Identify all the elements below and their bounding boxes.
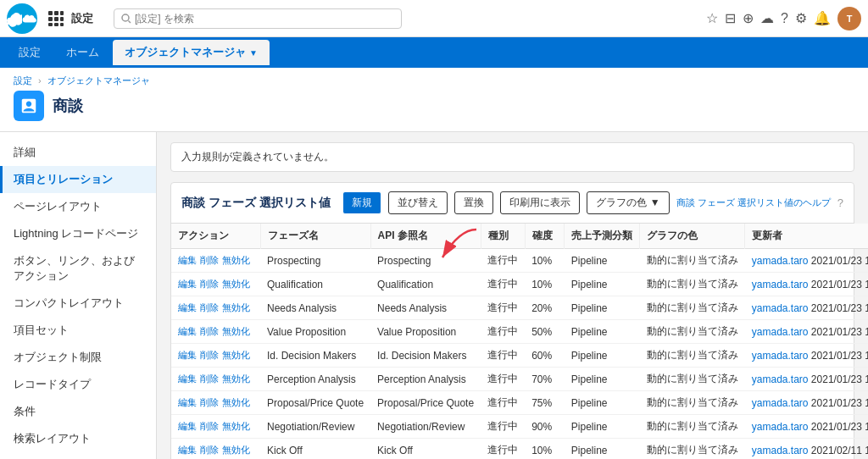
cell-probability: 10% — [525, 273, 565, 296]
action-link-無効化[interactable]: 無効化 — [222, 255, 250, 265]
sidebar-item-record-type[interactable]: レコードタイプ — [0, 371, 156, 398]
replace-button[interactable]: 置換 — [454, 191, 493, 214]
updater-link[interactable]: yamada.taro — [752, 397, 809, 409]
col-graph-color: グラフの色 — [640, 224, 745, 249]
cell-updater: yamada.taro 2021/01/23 11:02 — [745, 273, 868, 296]
updater-link[interactable]: yamada.taro — [752, 255, 809, 267]
tab-home[interactable]: ホーム — [54, 40, 111, 65]
action-link-削除[interactable]: 削除 — [200, 397, 219, 407]
svg-rect-6 — [48, 23, 53, 26]
cell-updater: yamada.taro 2021/01/23 11:02 — [745, 344, 868, 368]
action-link-削除[interactable]: 削除 — [200, 279, 219, 289]
updater-link[interactable]: yamada.taro — [752, 350, 809, 362]
cell-phase-name: Negotiation/Review — [260, 415, 370, 439]
cell-phase-name: Kick Off — [260, 439, 370, 460]
action-link-無効化[interactable]: 無効化 — [222, 397, 250, 407]
breadcrumb-object-manager[interactable]: オブジェクトマネージャ — [47, 75, 150, 86]
col-forecast: 売上予測分類 — [565, 224, 640, 249]
cloud-icon[interactable]: ☁ — [760, 10, 774, 26]
sidebar-item-buttons-links[interactable]: ボタン、リンク、およびアクション — [0, 247, 156, 290]
cell-graph-color: 動的に割り当て済み — [640, 320, 745, 344]
action-link-無効化[interactable]: 無効化 — [222, 373, 250, 384]
breadcrumb: 設定 › オブジェクトマネージャ — [14, 75, 854, 87]
action-link-無効化[interactable]: 無効化 — [222, 445, 250, 455]
action-link-編集[interactable]: 編集 — [178, 350, 197, 360]
update-date: 2021/01/23 11:02 — [809, 279, 868, 290]
cell-actions: 編集削除無効化 — [171, 344, 260, 368]
cell-phase-name: Id. Decision Makers — [260, 344, 370, 368]
action-link-削除[interactable]: 削除 — [200, 326, 219, 336]
sidebar-item-compact-layout[interactable]: コンパクトレイアウト — [0, 290, 156, 317]
page-title: 商談 — [53, 96, 83, 116]
action-link-無効化[interactable]: 無効化 — [222, 350, 250, 360]
action-link-編集[interactable]: 編集 — [178, 421, 197, 431]
search-input[interactable] — [135, 13, 394, 25]
action-link-編集[interactable]: 編集 — [178, 397, 197, 407]
cell-api-name: Id. Decision Makers — [370, 344, 481, 368]
action-link-削除[interactable]: 削除 — [200, 255, 219, 265]
updater-link[interactable]: yamada.taro — [752, 421, 809, 433]
cell-actions: 編集削除無効化 — [171, 391, 260, 415]
bookmark-icon[interactable]: ⊟ — [725, 10, 736, 26]
action-link-編集[interactable]: 編集 — [178, 445, 197, 455]
updater-link[interactable]: yamada.taro — [752, 445, 809, 456]
col-type: 種別 — [481, 224, 525, 249]
sidebar-item-field-sets[interactable]: 項目セット — [0, 317, 156, 344]
bell-icon[interactable]: 🔔 — [814, 10, 831, 26]
action-link-無効化[interactable]: 無効化 — [222, 421, 250, 431]
sidebar-item-fields-relations[interactable]: 項目とリレーション — [0, 166, 156, 193]
updater-link[interactable]: yamada.taro — [752, 279, 809, 290]
svg-rect-1 — [54, 11, 58, 15]
col-updater: 更新者 — [745, 224, 868, 249]
action-link-編集[interactable]: 編集 — [178, 279, 197, 289]
app-title: 設定 — [71, 11, 93, 26]
print-button[interactable]: 印刷用に表示 — [500, 191, 580, 214]
graph-color-button[interactable]: グラフの色 ▼ — [587, 191, 669, 214]
sidebar-item-details[interactable]: 詳細 — [0, 139, 156, 166]
cell-actions: 編集削除無効化 — [171, 368, 260, 391]
tab-chevron-icon: ▼ — [249, 48, 258, 58]
sidebar-item-object-limit[interactable]: オブジェクト制限 — [0, 344, 156, 371]
updater-link[interactable]: yamada.taro — [752, 326, 809, 338]
action-link-編集[interactable]: 編集 — [178, 255, 197, 265]
cell-type: 進行中 — [481, 296, 525, 320]
cell-actions: 編集削除無効化 — [171, 249, 260, 273]
action-link-削除[interactable]: 削除 — [200, 445, 219, 455]
tab-settings[interactable]: 設定 — [7, 40, 53, 65]
action-link-無効化[interactable]: 無効化 — [222, 279, 250, 289]
action-link-削除[interactable]: 削除 — [200, 373, 219, 384]
action-link-削除[interactable]: 削除 — [200, 302, 219, 312]
app-launcher-button[interactable] — [44, 7, 68, 30]
search-bar[interactable] — [114, 8, 402, 29]
action-link-編集[interactable]: 編集 — [178, 373, 197, 384]
setup-icon[interactable]: ⚙ — [795, 10, 807, 26]
table-container: アクション フェーズ名 API 参照名 種別 確度 売上予測分類 グラフの色 更… — [171, 224, 854, 459]
sidebar-item-salesforce-classic[interactable]: Salesforce Classic の検索レイアウト — [0, 452, 156, 459]
action-link-編集[interactable]: 編集 — [178, 302, 197, 312]
action-link-編集[interactable]: 編集 — [178, 326, 197, 336]
update-date: 2021/02/11 18:04 — [809, 445, 868, 456]
tab-object-manager[interactable]: オブジェクトマネージャ ▼ — [113, 40, 270, 65]
plus-icon[interactable]: ⊕ — [743, 10, 754, 26]
cell-type: 進行中 — [481, 273, 525, 296]
action-link-削除[interactable]: 削除 — [200, 350, 219, 360]
update-date: 2021/01/23 11:02 — [809, 302, 868, 314]
cell-api-name: Qualification — [370, 273, 481, 296]
user-avatar[interactable]: T — [837, 7, 861, 30]
sidebar-item-lightning-record-page[interactable]: Lightning レコードページ — [0, 220, 156, 247]
updater-link[interactable]: yamada.taro — [752, 302, 809, 314]
new-button[interactable]: 新規 — [342, 191, 381, 214]
help-icon[interactable]: ? — [781, 11, 788, 26]
sidebar-item-conditions[interactable]: 条件 — [0, 398, 156, 425]
action-link-削除[interactable]: 削除 — [200, 421, 219, 431]
help-link[interactable]: 商談 フェーズ 選択リスト値のヘルプ — [676, 196, 831, 209]
sidebar-item-search-layout[interactable]: 検索レイアウト — [0, 425, 156, 452]
updater-link[interactable]: yamada.taro — [752, 373, 809, 385]
action-link-無効化[interactable]: 無効化 — [222, 326, 250, 336]
sidebar-item-page-layout[interactable]: ページレイアウト — [0, 193, 156, 220]
sort-button[interactable]: 並び替え — [388, 191, 448, 214]
star-icon[interactable]: ☆ — [706, 10, 718, 26]
top-nav-actions: ☆ ⊟ ⊕ ☁ ? ⚙ 🔔 T — [706, 7, 861, 30]
action-link-無効化[interactable]: 無効化 — [222, 302, 250, 312]
breadcrumb-settings[interactable]: 設定 — [14, 75, 32, 86]
